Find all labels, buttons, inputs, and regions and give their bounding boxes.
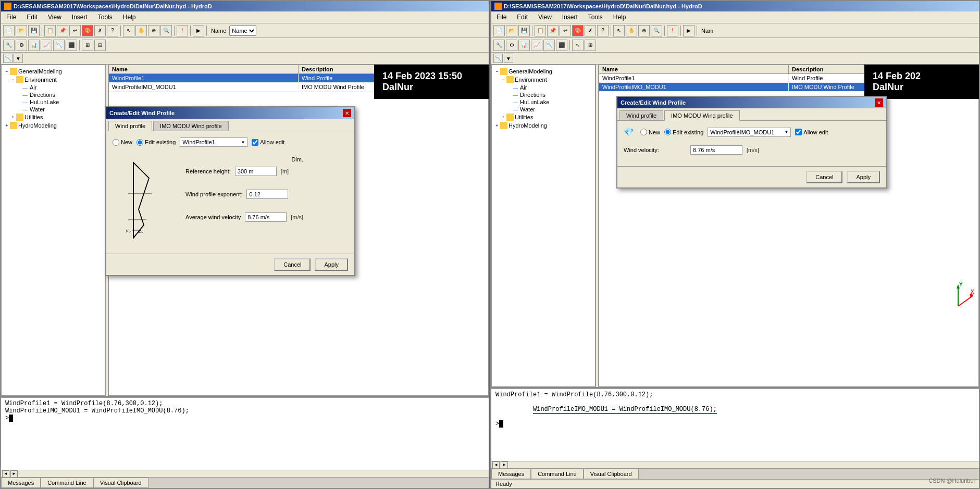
right-delete-btn[interactable]: ✗ <box>585 25 596 36</box>
right-warn-btn[interactable]: ! <box>667 25 678 36</box>
left-col-name[interactable]: Name <box>109 65 299 73</box>
left-allow-edit-input[interactable] <box>252 139 258 146</box>
left-menu-view[interactable]: View <box>45 12 65 22</box>
right-nav-right[interactable]: ► <box>501 461 508 469</box>
left-color-btn[interactable]: 🎨 <box>82 25 93 36</box>
right-dialog-tab-1[interactable]: IMO MODU Wind profile <box>664 110 740 121</box>
right-menu-view[interactable]: View <box>535 12 555 22</box>
right-chart-btn[interactable]: 📉 <box>493 54 503 63</box>
left-tab-messages[interactable]: Messages <box>1 478 41 488</box>
right-tb2-6[interactable]: ⬛ <box>556 40 567 51</box>
left-delete-btn[interactable]: ✗ <box>94 25 106 36</box>
left-tree-item-environment[interactable]: − Environment <box>4 76 103 84</box>
left-tb2-8[interactable]: ⊟ <box>94 40 106 51</box>
left-tree-item-water[interactable]: — Water <box>4 106 103 113</box>
left-menu-edit[interactable]: Edit <box>23 12 41 22</box>
right-menu-edit[interactable]: Edit <box>514 12 531 22</box>
left-tree-item-utilities[interactable]: + Utilities <box>4 113 103 121</box>
left-cancel-button[interactable]: Cancel <box>274 258 311 271</box>
right-menu-insert[interactable]: Insert <box>559 12 581 22</box>
right-tb2-8[interactable]: ⊞ <box>585 40 596 51</box>
right-tree-item-directions[interactable]: — Directions <box>494 91 593 98</box>
right-radio-edit-input[interactable] <box>664 129 671 135</box>
left-radio-edit-input[interactable] <box>137 139 143 146</box>
left-arrow-btn[interactable]: ▼ <box>14 54 23 63</box>
right-cancel-button[interactable]: Cancel <box>806 171 842 183</box>
left-tab-clipboard[interactable]: Visual Clipboard <box>93 478 148 488</box>
left-menu-file[interactable]: File <box>3 12 19 22</box>
right-tb2-7[interactable]: ↖ <box>572 40 584 51</box>
left-input-exponent[interactable] <box>246 190 288 199</box>
right-tb2-1[interactable]: 🔧 <box>493 40 505 51</box>
left-radio-new-input[interactable] <box>113 139 119 146</box>
right-dialog-close[interactable]: ✕ <box>875 98 883 107</box>
left-open-btn[interactable]: 📂 <box>16 25 27 36</box>
left-dialog-close[interactable]: ✕ <box>343 109 351 117</box>
left-tb2-2[interactable]: ⚙ <box>16 40 27 51</box>
left-tb2-1[interactable]: 🔧 <box>3 40 15 51</box>
right-save-btn[interactable]: 💾 <box>518 25 530 36</box>
right-tab-clipboard[interactable]: Visual Clipboard <box>584 469 639 479</box>
left-new-btn[interactable]: 📄 <box>3 25 15 36</box>
left-nav-left[interactable]: ◄ <box>2 470 9 478</box>
right-profile-dropdown[interactable]: WindProfileIMO_MODU1 ▼ <box>708 128 791 137</box>
left-save-btn[interactable]: 💾 <box>28 25 40 36</box>
right-tb2-3[interactable]: 📊 <box>518 40 530 51</box>
left-chart-btn[interactable]: 📉 <box>3 54 13 63</box>
right-nav-left[interactable]: ◄ <box>492 461 500 469</box>
right-apply-button[interactable]: Apply <box>847 171 880 183</box>
right-undo-btn[interactable]: ↩ <box>560 25 571 36</box>
left-radio-new[interactable]: New <box>113 139 132 146</box>
left-menu-insert[interactable]: Insert <box>69 12 91 22</box>
left-dialog-tab-1[interactable]: IMO MODU Wind profile <box>153 121 229 131</box>
left-apply-button[interactable]: Apply <box>315 258 348 271</box>
right-allow-edit-input[interactable] <box>795 129 802 135</box>
left-zoom-btn[interactable]: 🔍 <box>160 25 172 36</box>
left-name-dropdown[interactable]: Name <box>229 26 256 36</box>
left-select-btn[interactable]: ↖ <box>123 25 134 36</box>
left-input-refheight[interactable] <box>235 167 277 176</box>
left-tab-commandline[interactable]: Command Line <box>41 478 93 488</box>
right-tb2-4[interactable]: 📈 <box>531 40 542 51</box>
left-help-btn[interactable]: ? <box>107 25 118 36</box>
right-menu-file[interactable]: File <box>493 12 510 22</box>
right-select-btn[interactable]: ↖ <box>613 25 625 36</box>
left-undo-btn[interactable]: ↩ <box>69 25 81 36</box>
right-radio-new[interactable]: New <box>640 129 660 135</box>
left-paste-btn[interactable]: 📌 <box>57 25 68 36</box>
left-run-btn[interactable]: ▶ <box>193 25 204 36</box>
right-menu-help[interactable]: Help <box>610 12 629 22</box>
left-tb2-3[interactable]: 📊 <box>28 40 40 51</box>
left-menu-help[interactable]: Help <box>120 12 139 22</box>
left-tb2-7[interactable]: ⊞ <box>82 40 93 51</box>
right-arrow-btn[interactable]: ▼ <box>504 54 513 63</box>
right-tree-item-hydromodeling[interactable]: + HydroModeling <box>494 121 593 130</box>
left-radio-edit[interactable]: Edit existing <box>137 139 176 146</box>
right-color-btn[interactable]: 🎨 <box>572 25 584 36</box>
left-console[interactable]: WindProfile1 = WindProfile(8.76,300,0.12… <box>1 397 489 470</box>
right-input-velocity[interactable] <box>690 145 742 155</box>
right-tree-item-hulunlake[interactable]: — HuLunLake <box>494 98 593 106</box>
right-col-name[interactable]: Name <box>599 65 789 73</box>
right-paste-btn[interactable]: 📌 <box>547 25 559 36</box>
right-help-btn[interactable]: ? <box>597 25 609 36</box>
right-zoom-btn[interactable]: 🔍 <box>651 25 662 36</box>
right-dialog-tab-0[interactable]: Wind profile <box>619 110 663 120</box>
left-move-btn[interactable]: ⊕ <box>148 25 159 36</box>
left-profile-dropdown[interactable]: WindProfile1 ▼ <box>180 137 247 147</box>
left-tree-item-air[interactable]: — Air <box>4 84 103 91</box>
left-tree-item-hydromodeling[interactable]: + HydroModeling <box>4 121 103 130</box>
left-tree-item-hulunlake[interactable]: — HuLunLake <box>4 98 103 106</box>
right-hand-btn[interactable]: ✋ <box>626 25 637 36</box>
left-hand-btn[interactable]: ✋ <box>135 25 147 36</box>
right-radio-new-input[interactable] <box>640 129 647 135</box>
left-tb2-4[interactable]: 📈 <box>41 40 52 51</box>
left-tb2-5[interactable]: 📉 <box>53 40 65 51</box>
right-tab-commandline[interactable]: Command Line <box>531 469 584 479</box>
right-tree-item-utilities[interactable]: + Utilities <box>494 113 593 121</box>
left-allow-edit-checkbox[interactable]: Allow edit <box>252 139 284 146</box>
left-tb2-6[interactable]: ⬛ <box>66 40 77 51</box>
right-tree-item-environment[interactable]: − Environment <box>494 76 593 84</box>
right-move-btn[interactable]: ⊕ <box>638 25 650 36</box>
right-tree-item-generalmodeling[interactable]: − GeneralModeling <box>494 67 593 76</box>
